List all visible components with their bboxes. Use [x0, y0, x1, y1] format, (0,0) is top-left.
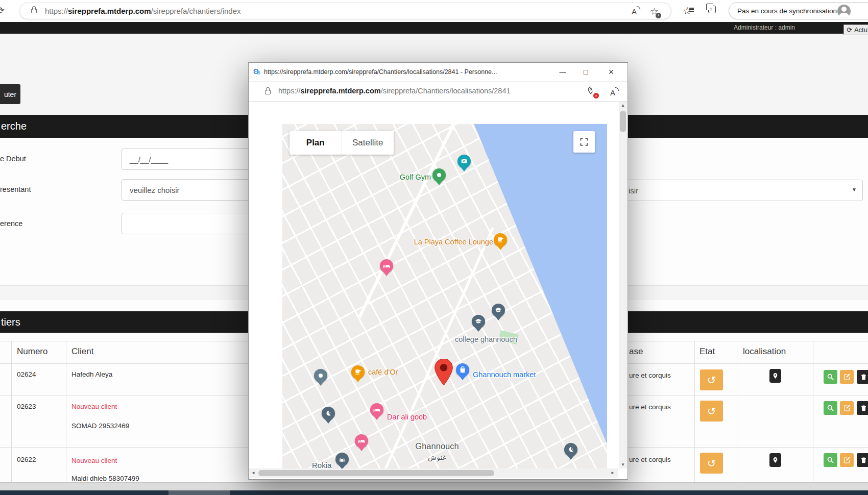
view-button[interactable]	[824, 453, 837, 467]
etat-undo-button[interactable]: ↺	[700, 401, 723, 422]
popup-horizontal-scrollbar[interactable]: ◄ ►	[249, 468, 618, 478]
map-type-control: Plan Satellite	[290, 131, 394, 155]
page-url[interactable]: https://sirepprefa.mtderp.com/sirepprefa…	[45, 7, 241, 15]
location-blocked-icon[interactable]: ×	[586, 86, 598, 98]
localisation-pin-button[interactable]	[769, 369, 781, 383]
map-marker-golf-gym[interactable]	[432, 168, 446, 189]
popup-titlebar[interactable]: ⚙ ⚙ https://sirepprefa.mtderp.com/sirepp…	[249, 63, 628, 82]
popup-url: https://sirepprefa.mtderp.com/sirepprefa…	[278, 87, 511, 95]
trash-icon	[860, 404, 867, 412]
delete-button[interactable]	[857, 401, 868, 415]
col-header-numero: Numero	[17, 346, 47, 357]
add-button[interactable]: uter	[0, 84, 20, 104]
map-plan-button[interactable]: Plan	[290, 131, 342, 155]
map[interactable]: Golf Gym La Playa Coffee Lounge college …	[282, 124, 607, 468]
mosque-building-icon	[339, 456, 346, 463]
representant-label: resentant	[0, 185, 31, 193]
cell-phase: ure et corquis	[629, 456, 671, 463]
map-marker-la-playa[interactable]	[494, 233, 507, 254]
etat-undo-button[interactable]: ↺	[700, 453, 723, 474]
camera-icon	[461, 158, 468, 165]
divider	[737, 341, 737, 482]
page-horizontal-scrollbar[interactable]	[0, 482, 868, 490]
favorites-bar-icon[interactable]: ☆	[683, 5, 692, 17]
map-label-college[interactable]: college ghannouch	[455, 335, 506, 344]
map-marker-hotel[interactable]	[355, 434, 368, 455]
coffee-cup-icon	[497, 236, 504, 243]
map-label-market[interactable]: Ghannouch market	[473, 370, 536, 379]
date-placeholder: __/__/____	[130, 155, 168, 164]
edit-button[interactable]	[840, 401, 854, 415]
scroll-left-icon[interactable]: ◄	[249, 468, 257, 478]
address-bar[interactable]: https://sirepprefa.mtderp.com/sirepprefa…	[19, 3, 671, 19]
map-marker-mosque[interactable]	[322, 407, 335, 427]
cell-numero: 02624	[17, 370, 36, 378]
delete-button[interactable]	[857, 453, 868, 467]
map-marker-photo[interactable]	[457, 155, 471, 175]
fullscreen-button[interactable]	[573, 131, 595, 153]
scroll-up-icon[interactable]: ▲	[619, 102, 627, 109]
scrollbar-thumb[interactable]	[258, 470, 494, 476]
dot-icon	[437, 173, 441, 177]
collections-icon[interactable]: +	[708, 6, 716, 13]
map-marker-building[interactable]	[335, 453, 349, 468]
lock-icon	[31, 9, 37, 13]
map-marker-generic[interactable]	[314, 369, 327, 389]
minimize-button[interactable]: —	[552, 63, 573, 81]
search-panel-title: erche	[0, 120, 27, 132]
right-select[interactable]: isir	[587, 180, 863, 201]
map-label-la-playa[interactable]: La Playa Coffee Lounge	[414, 238, 493, 246]
map-label-rokia[interactable]: Rokia	[312, 461, 331, 468]
edit-icon	[843, 456, 851, 464]
reference-label: erence	[0, 219, 22, 228]
fullscreen-icon	[579, 137, 589, 147]
etat-undo-button[interactable]: ↺	[700, 369, 723, 390]
view-button[interactable]	[824, 370, 837, 384]
cell-phase: ure et corquis	[629, 403, 671, 411]
app-navbar: Administrateur : admin	[0, 22, 868, 34]
destination-pin-icon[interactable]	[435, 359, 453, 385]
popup-window: ⚙ ⚙ https://sirepprefa.mtderp.com/sirepp…	[248, 62, 628, 480]
map-label-golf-gym[interactable]: Golf Gym	[400, 173, 431, 181]
taskbar[interactable]	[0, 490, 868, 495]
cell-client-line2: SOMAD 29532469	[71, 422, 129, 430]
map-satellite-button[interactable]: Satellite	[342, 131, 394, 155]
taskbar-item[interactable]	[168, 490, 230, 495]
cell-client-line2: Maidi dhieb 58307499	[71, 475, 139, 482]
popup-vertical-scrollbar[interactable]: ▲ ▼	[619, 102, 627, 468]
maximize-button[interactable]: □	[575, 63, 596, 81]
map-marker-cafe-dor[interactable]	[351, 365, 365, 386]
profile-sync-button[interactable]: Pas en cours de synchronisation	[729, 2, 868, 19]
popup-title: https://sirepprefa.mtderp.com/sirepprefa…	[264, 68, 497, 76]
map-marker-market[interactable]	[456, 363, 469, 384]
refresh-button[interactable]: ⟳ Actu	[843, 24, 868, 35]
map-label-dar-ali[interactable]: Dar ali goob	[387, 413, 427, 421]
gear-icon: ⚙	[256, 70, 261, 76]
scroll-down-icon[interactable]: ▼	[619, 461, 627, 468]
coffee-cup-icon	[354, 368, 361, 376]
url-domain: sirepprefa.mtderp.com	[68, 7, 151, 15]
right-select-value: isir	[629, 186, 638, 195]
read-aloud-icon[interactable]: A	[610, 88, 615, 97]
delete-button[interactable]	[857, 370, 868, 384]
map-marker-school[interactable]	[492, 304, 505, 324]
close-button[interactable]: ×	[601, 63, 621, 81]
map-marker-school[interactable]	[472, 315, 485, 335]
sync-status-label: Pas en cours de synchronisation	[737, 7, 837, 15]
read-aloud-icon[interactable]: A	[632, 7, 637, 16]
scroll-right-icon[interactable]: ►	[609, 468, 617, 478]
graduation-cap-icon	[495, 307, 502, 314]
map-marker-mosque[interactable]	[564, 443, 577, 463]
map-label-cafe-dor[interactable]: café d'Or	[368, 368, 398, 376]
popup-address-bar[interactable]: https://sirepprefa.mtderp.com/sirepprefa…	[249, 82, 628, 102]
edit-button[interactable]	[840, 453, 854, 467]
map-marker-hotel[interactable]	[380, 259, 393, 280]
map-marker-dar-ali[interactable]	[370, 403, 383, 424]
scrollbar-thumb[interactable]	[620, 111, 626, 132]
reload-icon[interactable]: ⟳	[0, 5, 5, 16]
view-button[interactable]	[824, 401, 837, 415]
trash-icon	[860, 456, 867, 464]
edit-button[interactable]	[840, 370, 854, 384]
add-favorite-icon[interactable]: ☆+	[650, 6, 659, 17]
localisation-pin-button[interactable]	[769, 453, 781, 467]
